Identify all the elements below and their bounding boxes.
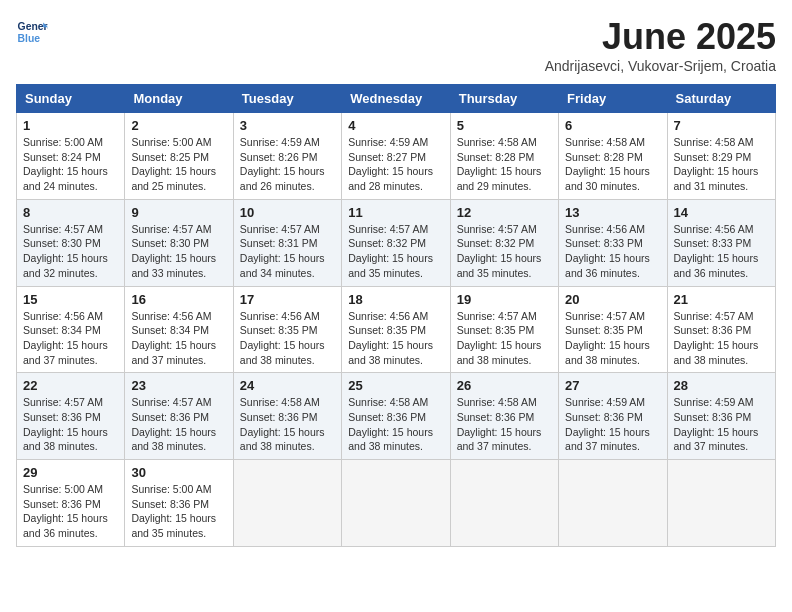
day-info: Sunrise: 4:56 AM Sunset: 8:33 PM Dayligh… [674, 222, 769, 281]
day-number: 16 [131, 292, 226, 307]
calendar-cell [667, 460, 775, 547]
day-info: Sunrise: 4:58 AM Sunset: 8:29 PM Dayligh… [674, 135, 769, 194]
day-number: 13 [565, 205, 660, 220]
day-number: 10 [240, 205, 335, 220]
day-number: 19 [457, 292, 552, 307]
page-header: General Blue June 2025 Andrijasevci, Vuk… [16, 16, 776, 74]
weekday-header-friday: Friday [559, 85, 667, 113]
calendar-cell: 23Sunrise: 4:57 AM Sunset: 8:36 PM Dayli… [125, 373, 233, 460]
day-info: Sunrise: 4:57 AM Sunset: 8:31 PM Dayligh… [240, 222, 335, 281]
calendar-cell: 6Sunrise: 4:58 AM Sunset: 8:28 PM Daylig… [559, 113, 667, 200]
logo-icon: General Blue [16, 16, 48, 48]
day-number: 23 [131, 378, 226, 393]
calendar-cell: 22Sunrise: 4:57 AM Sunset: 8:36 PM Dayli… [17, 373, 125, 460]
day-number: 9 [131, 205, 226, 220]
calendar-cell: 13Sunrise: 4:56 AM Sunset: 8:33 PM Dayli… [559, 199, 667, 286]
day-info: Sunrise: 4:58 AM Sunset: 8:36 PM Dayligh… [348, 395, 443, 454]
calendar-week-row: 8Sunrise: 4:57 AM Sunset: 8:30 PM Daylig… [17, 199, 776, 286]
day-info: Sunrise: 4:56 AM Sunset: 8:34 PM Dayligh… [131, 309, 226, 368]
calendar-cell: 10Sunrise: 4:57 AM Sunset: 8:31 PM Dayli… [233, 199, 341, 286]
calendar-cell: 2Sunrise: 5:00 AM Sunset: 8:25 PM Daylig… [125, 113, 233, 200]
day-info: Sunrise: 4:59 AM Sunset: 8:36 PM Dayligh… [674, 395, 769, 454]
calendar-cell [233, 460, 341, 547]
day-number: 28 [674, 378, 769, 393]
calendar-cell: 30Sunrise: 5:00 AM Sunset: 8:36 PM Dayli… [125, 460, 233, 547]
calendar-cell [559, 460, 667, 547]
day-info: Sunrise: 4:59 AM Sunset: 8:27 PM Dayligh… [348, 135, 443, 194]
svg-text:Blue: Blue [18, 33, 41, 44]
day-info: Sunrise: 4:57 AM Sunset: 8:35 PM Dayligh… [457, 309, 552, 368]
calendar-cell [342, 460, 450, 547]
calendar-cell: 18Sunrise: 4:56 AM Sunset: 8:35 PM Dayli… [342, 286, 450, 373]
calendar-cell: 9Sunrise: 4:57 AM Sunset: 8:30 PM Daylig… [125, 199, 233, 286]
day-info: Sunrise: 4:59 AM Sunset: 8:26 PM Dayligh… [240, 135, 335, 194]
day-info: Sunrise: 4:56 AM Sunset: 8:35 PM Dayligh… [348, 309, 443, 368]
calendar-cell: 3Sunrise: 4:59 AM Sunset: 8:26 PM Daylig… [233, 113, 341, 200]
logo: General Blue [16, 16, 48, 48]
weekday-header-monday: Monday [125, 85, 233, 113]
day-info: Sunrise: 4:57 AM Sunset: 8:30 PM Dayligh… [23, 222, 118, 281]
calendar-cell: 27Sunrise: 4:59 AM Sunset: 8:36 PM Dayli… [559, 373, 667, 460]
day-number: 30 [131, 465, 226, 480]
day-info: Sunrise: 4:58 AM Sunset: 8:36 PM Dayligh… [457, 395, 552, 454]
day-info: Sunrise: 4:58 AM Sunset: 8:36 PM Dayligh… [240, 395, 335, 454]
day-number: 2 [131, 118, 226, 133]
day-info: Sunrise: 4:58 AM Sunset: 8:28 PM Dayligh… [457, 135, 552, 194]
calendar-week-row: 22Sunrise: 4:57 AM Sunset: 8:36 PM Dayli… [17, 373, 776, 460]
calendar-cell: 5Sunrise: 4:58 AM Sunset: 8:28 PM Daylig… [450, 113, 558, 200]
calendar-cell: 25Sunrise: 4:58 AM Sunset: 8:36 PM Dayli… [342, 373, 450, 460]
calendar-cell: 28Sunrise: 4:59 AM Sunset: 8:36 PM Dayli… [667, 373, 775, 460]
calendar-cell: 24Sunrise: 4:58 AM Sunset: 8:36 PM Dayli… [233, 373, 341, 460]
day-number: 14 [674, 205, 769, 220]
day-number: 12 [457, 205, 552, 220]
calendar-week-row: 15Sunrise: 4:56 AM Sunset: 8:34 PM Dayli… [17, 286, 776, 373]
day-info: Sunrise: 4:57 AM Sunset: 8:30 PM Dayligh… [131, 222, 226, 281]
weekday-header-tuesday: Tuesday [233, 85, 341, 113]
calendar-cell: 26Sunrise: 4:58 AM Sunset: 8:36 PM Dayli… [450, 373, 558, 460]
day-number: 22 [23, 378, 118, 393]
day-number: 26 [457, 378, 552, 393]
day-number: 5 [457, 118, 552, 133]
weekday-header-sunday: Sunday [17, 85, 125, 113]
day-number: 7 [674, 118, 769, 133]
day-number: 11 [348, 205, 443, 220]
calendar-cell: 21Sunrise: 4:57 AM Sunset: 8:36 PM Dayli… [667, 286, 775, 373]
calendar-cell: 15Sunrise: 4:56 AM Sunset: 8:34 PM Dayli… [17, 286, 125, 373]
day-number: 15 [23, 292, 118, 307]
weekday-header-row: SundayMondayTuesdayWednesdayThursdayFrid… [17, 85, 776, 113]
month-title: June 2025 [545, 16, 776, 58]
day-number: 6 [565, 118, 660, 133]
weekday-header-wednesday: Wednesday [342, 85, 450, 113]
day-info: Sunrise: 4:57 AM Sunset: 8:32 PM Dayligh… [457, 222, 552, 281]
day-info: Sunrise: 5:00 AM Sunset: 8:36 PM Dayligh… [131, 482, 226, 541]
calendar-cell: 16Sunrise: 4:56 AM Sunset: 8:34 PM Dayli… [125, 286, 233, 373]
day-info: Sunrise: 4:56 AM Sunset: 8:34 PM Dayligh… [23, 309, 118, 368]
day-number: 8 [23, 205, 118, 220]
calendar-cell: 20Sunrise: 4:57 AM Sunset: 8:35 PM Dayli… [559, 286, 667, 373]
day-info: Sunrise: 5:00 AM Sunset: 8:24 PM Dayligh… [23, 135, 118, 194]
calendar-cell: 8Sunrise: 4:57 AM Sunset: 8:30 PM Daylig… [17, 199, 125, 286]
weekday-header-saturday: Saturday [667, 85, 775, 113]
day-number: 18 [348, 292, 443, 307]
calendar-cell: 19Sunrise: 4:57 AM Sunset: 8:35 PM Dayli… [450, 286, 558, 373]
calendar-cell: 29Sunrise: 5:00 AM Sunset: 8:36 PM Dayli… [17, 460, 125, 547]
day-number: 3 [240, 118, 335, 133]
day-info: Sunrise: 4:57 AM Sunset: 8:32 PM Dayligh… [348, 222, 443, 281]
calendar-cell: 1Sunrise: 5:00 AM Sunset: 8:24 PM Daylig… [17, 113, 125, 200]
calendar-week-row: 1Sunrise: 5:00 AM Sunset: 8:24 PM Daylig… [17, 113, 776, 200]
weekday-header-thursday: Thursday [450, 85, 558, 113]
calendar-cell: 7Sunrise: 4:58 AM Sunset: 8:29 PM Daylig… [667, 113, 775, 200]
day-number: 29 [23, 465, 118, 480]
day-info: Sunrise: 4:57 AM Sunset: 8:35 PM Dayligh… [565, 309, 660, 368]
day-number: 21 [674, 292, 769, 307]
day-info: Sunrise: 4:58 AM Sunset: 8:28 PM Dayligh… [565, 135, 660, 194]
location-subtitle: Andrijasevci, Vukovar-Srijem, Croatia [545, 58, 776, 74]
calendar-cell: 4Sunrise: 4:59 AM Sunset: 8:27 PM Daylig… [342, 113, 450, 200]
day-info: Sunrise: 4:56 AM Sunset: 8:33 PM Dayligh… [565, 222, 660, 281]
day-info: Sunrise: 4:57 AM Sunset: 8:36 PM Dayligh… [131, 395, 226, 454]
calendar-table: SundayMondayTuesdayWednesdayThursdayFrid… [16, 84, 776, 547]
calendar-cell: 14Sunrise: 4:56 AM Sunset: 8:33 PM Dayli… [667, 199, 775, 286]
day-number: 25 [348, 378, 443, 393]
day-number: 24 [240, 378, 335, 393]
day-info: Sunrise: 5:00 AM Sunset: 8:25 PM Dayligh… [131, 135, 226, 194]
